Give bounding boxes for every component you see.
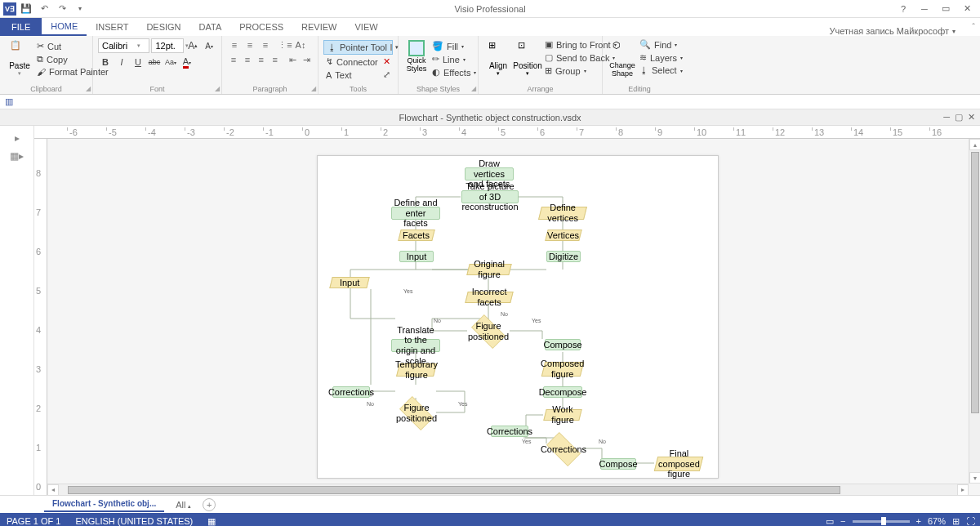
undo-icon[interactable]: ↶ <box>36 2 52 16</box>
sheet-tab-active[interactable]: Flowchart - Synthetic obj... <box>44 497 164 512</box>
shapes-quick-icon[interactable]: ▦▸ <box>10 150 24 162</box>
horizontal-scrollbar[interactable]: ◂ ▸ <box>47 484 969 495</box>
change-shape-button[interactable]: ⬡Change Shape <box>608 38 637 83</box>
scroll-right-icon[interactable]: ▸ <box>957 484 969 496</box>
find-button[interactable]: 🔍Find▾ <box>637 38 685 51</box>
status-language[interactable]: ENGLISH (UNITED STATES) <box>75 516 193 526</box>
align-top-button[interactable]: ≡ <box>227 38 242 51</box>
select-button[interactable]: ⭳Select▾ <box>637 65 685 76</box>
shape-input-1[interactable]: Input <box>399 251 434 262</box>
font-color-button[interactable]: A▾ <box>180 55 194 69</box>
font-family-combo[interactable]: Calibri▾ <box>98 38 149 53</box>
shape-corrections-2[interactable]: Corrections <box>491 426 528 437</box>
effects-button[interactable]: ◐Effects▾ <box>430 66 479 78</box>
zoom-level[interactable]: 67% <box>928 516 946 526</box>
shape-corrections-1[interactable]: Corrections <box>332 386 370 398</box>
change-case-button[interactable]: Aa▾ <box>163 55 178 69</box>
shape-vertices[interactable]: Vertices <box>545 230 581 241</box>
italic-button[interactable]: I <box>114 55 129 69</box>
shape-composed-figure[interactable]: Composed figure <box>541 362 584 377</box>
shape-compose-2[interactable]: Compose <box>600 458 636 470</box>
qat-customize-icon[interactable]: ▾ <box>72 2 88 16</box>
shape-original-figure[interactable]: Original figure <box>466 264 511 275</box>
align-right-button[interactable]: ≡ <box>255 53 268 66</box>
justify-button[interactable]: ≡ <box>269 53 282 66</box>
doc-maximize-icon[interactable]: ▢ <box>955 112 963 123</box>
tab-review[interactable]: REVIEW <box>292 18 345 36</box>
font-size-combo[interactable]: 12pt.▾ <box>151 38 184 53</box>
vertical-scrollbar[interactable]: ▴ ▾ <box>969 139 980 484</box>
clipboard-launcher[interactable]: ◢ <box>86 85 91 92</box>
collapse-ribbon-icon[interactable]: ˆ <box>972 22 975 32</box>
shape-figure-positioned-2[interactable]: Figure positioned <box>396 401 437 426</box>
align-left-button[interactable]: ≡ <box>227 53 240 66</box>
paste-button[interactable]: 📋 Paste ▾ <box>5 38 34 83</box>
align-bottom-button[interactable]: ≡ <box>258 38 273 51</box>
shape-facets[interactable]: Facets <box>398 230 434 241</box>
shape-decompose[interactable]: Decompose <box>543 386 582 398</box>
doc-close-icon[interactable]: ✕ <box>968 112 975 123</box>
shape-corrections-3[interactable]: Corrections <box>543 437 584 461</box>
tab-home[interactable]: HOME <box>42 18 87 36</box>
full-screen-icon[interactable]: ⛶ <box>966 516 975 526</box>
align-center-button[interactable]: ≡ <box>241 53 254 66</box>
tab-process[interactable]: PROCESS <box>230 18 292 36</box>
shape-input-2[interactable]: Input <box>329 277 369 288</box>
shape-work-figure[interactable]: Work figure <box>543 409 581 421</box>
paragraph-launcher[interactable]: ◢ <box>311 85 316 92</box>
scroll-down-icon[interactable]: ▾ <box>969 472 981 484</box>
shape-digitize[interactable]: Digitize <box>546 251 581 262</box>
position-button[interactable]: ⊡Position▾ <box>513 38 542 83</box>
shape-draw-vertices[interactable]: Draw vertices and facets <box>465 167 514 181</box>
line-button[interactable]: ✏Line▾ <box>430 53 479 65</box>
doc-minimize-icon[interactable]: ─ <box>943 112 950 123</box>
scroll-left-icon[interactable]: ◂ <box>47 484 59 496</box>
shape-temporary-figure[interactable]: Temporary figure <box>396 363 437 377</box>
sheet-all-button[interactable]: All ▴ <box>169 497 198 512</box>
decrease-indent-button[interactable]: ⇤ <box>286 53 299 66</box>
grow-font-icon[interactable]: A▴ <box>185 38 200 53</box>
tab-insert[interactable]: INSERT <box>87 18 137 36</box>
drawing-canvas[interactable]: Draw vertices and facets Take picture of… <box>47 139 980 482</box>
shape-translate[interactable]: Translate to the origin and scale <box>391 339 440 352</box>
redo-icon[interactable]: ↷ <box>54 2 70 16</box>
shapestyles-launcher[interactable]: ◢ <box>471 85 476 92</box>
scroll-up-icon[interactable]: ▴ <box>969 139 981 150</box>
shape-compose-1[interactable]: Compose <box>545 339 581 350</box>
close-icon[interactable]: ✕ <box>957 2 977 16</box>
zoom-in-button[interactable]: + <box>916 516 921 526</box>
shape-final-composed[interactable]: Final composed figure <box>654 457 703 471</box>
shape-define-vertices[interactable]: Define vertices <box>538 207 587 220</box>
layers-button[interactable]: ≋Layers▾ <box>637 51 685 64</box>
text-tool-button[interactable]: AText⤢ <box>323 69 393 81</box>
fill-button[interactable]: 🪣Fill▾ <box>430 40 479 52</box>
add-sheet-button[interactable]: + <box>203 498 216 511</box>
tab-design[interactable]: DESIGN <box>137 18 189 36</box>
zoom-out-button[interactable]: − <box>840 516 845 526</box>
zoom-slider[interactable] <box>853 520 910 523</box>
font-launcher[interactable]: ◢ <box>215 85 220 92</box>
visio-doc-icon[interactable]: ▥ <box>5 96 16 108</box>
status-macro-icon[interactable]: ▦ <box>207 516 216 527</box>
shape-incorrect-facets[interactable]: Incorrect facets <box>465 292 513 303</box>
strike-button[interactable]: abc <box>147 55 162 69</box>
tab-view[interactable]: VIEW <box>345 18 386 36</box>
increase-indent-button[interactable]: ⇥ <box>300 53 313 66</box>
bullets-button[interactable]: ⋮≡ <box>278 38 292 51</box>
tab-file[interactable]: FILE <box>0 18 42 36</box>
shape-take-picture[interactable]: Take picture of 3D reconstruction <box>461 190 519 203</box>
text-direction-button[interactable]: A↕ <box>293 38 308 51</box>
pointer-tool-button[interactable]: ⭳Pointer Tool▾ <box>323 40 393 55</box>
presentation-mode-icon[interactable]: ▭ <box>826 516 834 527</box>
align-button[interactable]: ⊞Align▾ <box>483 38 513 83</box>
bold-button[interactable]: B <box>98 55 113 69</box>
expand-shapes-icon[interactable]: ▸ <box>15 132 20 144</box>
connector-tool-button[interactable]: ↯Connector✕ <box>323 56 393 68</box>
restore-icon[interactable]: ▭ <box>936 2 956 16</box>
save-icon[interactable]: 💾 <box>18 2 34 16</box>
shrink-font-icon[interactable]: A▾ <box>202 38 216 53</box>
align-middle-button[interactable]: ≡ <box>243 38 257 51</box>
tab-data[interactable]: DATA <box>190 18 231 36</box>
fit-page-icon[interactable]: ⊞ <box>952 516 960 527</box>
help-icon[interactable]: ? <box>893 2 913 16</box>
